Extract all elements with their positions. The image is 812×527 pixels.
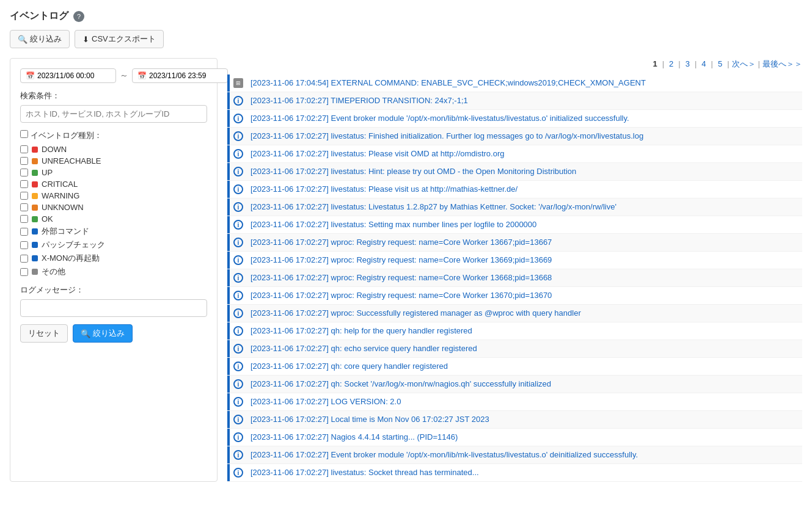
last-page[interactable]: 最後へ＞＞ [763,59,802,70]
filter-label: 絞り込み [30,34,62,45]
log-row: i[2023-11-06 17:02:27] qh: echo service … [227,340,802,358]
info-icon: i [233,114,243,123]
checkbox-item-other[interactable]: その他 [20,266,207,277]
checkbox-other[interactable] [20,268,28,276]
checkbox-item-unreachable[interactable]: UNREACHABLE [20,156,207,165]
checkbox-down[interactable] [20,145,28,153]
checkbox-restart[interactable] [20,255,28,263]
reset-button[interactable]: リセット [20,324,68,343]
dot-critical [32,181,38,187]
log-icon: i [230,397,247,407]
checkbox-item-unknown[interactable]: UNKNOWN [20,203,207,212]
info-icon: i [233,291,243,300]
log-text: [2023-11-06 17:02:27] qh: echo service q… [247,341,802,357]
info-icon: i [233,167,243,176]
checkbox-critical[interactable] [20,180,28,188]
info-icon: i [233,432,243,442]
dot-unknown [32,205,38,211]
filter-button[interactable]: 🔍 絞り込み [10,30,70,48]
log-icon: i [230,220,247,230]
dot-up [32,170,38,176]
checkbox-item-up[interactable]: UP [20,168,207,177]
date-to-field[interactable] [149,71,222,80]
log-row: i[2023-11-06 17:02:27] qh: help for the … [227,322,802,340]
info-icon: i [233,450,243,460]
search-icon: 🔍 [81,329,90,338]
next-page[interactable]: 次へ＞ [732,59,756,70]
log-row: i[2023-11-06 17:02:27] wproc: Registry r… [227,269,802,287]
log-icon: i [230,362,247,371]
log-row: i[2023-11-06 17:02:27] wproc: Registry r… [227,287,802,305]
log-row: i[2023-11-06 17:02:27] Event broker modu… [227,110,802,128]
log-text: [2023-11-06 17:02:27] Event broker modul… [247,111,802,126]
log-row: i[2023-11-06 17:02:27] wproc: Registry r… [227,234,802,252]
log-row: i[2023-11-06 17:02:27] livestatus: Pleas… [227,145,802,163]
log-message-label: ログメッセージ： [20,285,207,296]
log-row: i[2023-11-06 17:02:27] wproc: Successful… [227,305,802,322]
log-text: [2023-11-06 17:02:27] livestatus: Livest… [247,199,802,215]
log-text: [2023-11-06 17:02:27] qh: help for the q… [247,323,802,339]
log-icon: ⊞ [230,78,247,88]
checkbox-up[interactable] [20,169,28,176]
checkbox-item-warning[interactable]: WARNING [20,191,207,200]
external-command-icon: ⊞ [233,78,243,88]
checkbox-unreachable[interactable] [20,157,28,165]
log-icon: i [230,184,247,194]
dot-passive [32,242,38,248]
label-ok: OK [42,214,53,224]
page-sep: | [678,59,680,68]
log-row: i[2023-11-06 17:02:27] livestatus: Socke… [227,464,802,482]
checkbox-item-restart[interactable]: X-MONの再起動 [20,253,207,264]
date-from-input[interactable]: 📅 [20,68,116,83]
info-icon: i [233,326,243,336]
log-icon: i [230,344,247,354]
info-icon: i [233,362,243,371]
page-2[interactable]: 2 [667,58,676,70]
checkbox-external[interactable] [20,228,28,236]
info-icon: i [233,184,243,194]
checkbox-item-external[interactable]: 外部コマンド [20,226,207,237]
page-3[interactable]: 3 [683,58,692,70]
log-text: [2023-11-06 17:02:27] wproc: Registry re… [247,234,802,250]
toolbar: 🔍 絞り込み ⬇ CSVエクスポート [10,30,802,48]
info-icon: i [233,308,243,318]
log-message-input[interactable] [20,299,207,317]
filter-panel: 📅 ～ 📅 検索条件： イベントログ種別： DOWN UNREACHABLE [10,58,218,482]
help-icon[interactable]: ? [73,11,84,22]
page-5[interactable]: 5 [715,58,725,70]
log-icon: i [230,167,247,176]
search-condition-label: 検索条件： [20,90,207,101]
date-separator: ～ [120,70,128,81]
event-type-all-checkbox[interactable] [20,130,28,138]
log-row: i[2023-11-06 17:02:27] wproc: Registry r… [227,252,802,269]
log-icon: i [230,379,247,389]
host-input[interactable] [20,105,207,123]
label-up: UP [42,168,53,177]
search-button[interactable]: 🔍 絞り込み [73,324,133,343]
log-row: i[2023-11-06 17:02:27] qh: core query ha… [227,358,802,376]
log-text: [2023-11-06 17:02:27] livestatus: Hint: … [247,164,802,180]
date-range: 📅 ～ 📅 [20,68,207,83]
log-icon: i [230,308,247,318]
checkbox-item-ok[interactable]: OK [20,214,207,224]
page-1[interactable]: 1 [650,58,659,70]
checkbox-item-passive[interactable]: パッシブチェック [20,239,207,250]
date-to-input[interactable]: 📅 [132,68,228,83]
page-4[interactable]: 4 [699,58,708,70]
log-icon: i [230,450,247,460]
log-text: [2023-11-06 17:02:27] Local time is Mon … [247,412,802,427]
log-text: [2023-11-06 17:02:27] wproc: Successfull… [247,305,802,321]
date-from-field[interactable] [37,71,111,80]
page-sep: | [662,59,664,68]
checkbox-warning[interactable] [20,192,28,200]
checkbox-passive[interactable] [20,241,28,249]
log-row: i[2023-11-06 17:02:27] Nagios 4.4.14 sta… [227,429,802,446]
checkbox-ok[interactable] [20,215,28,223]
log-icon: i [230,255,247,265]
checkbox-unknown[interactable] [20,203,28,211]
checkbox-item-down[interactable]: DOWN [20,145,207,154]
label-critical: CRITICAL [42,180,78,189]
checkbox-item-critical[interactable]: CRITICAL [20,180,207,189]
export-button[interactable]: ⬇ CSVエクスポート [75,30,164,48]
log-text: [2023-11-06 17:02:27] qh: core query han… [247,358,802,374]
